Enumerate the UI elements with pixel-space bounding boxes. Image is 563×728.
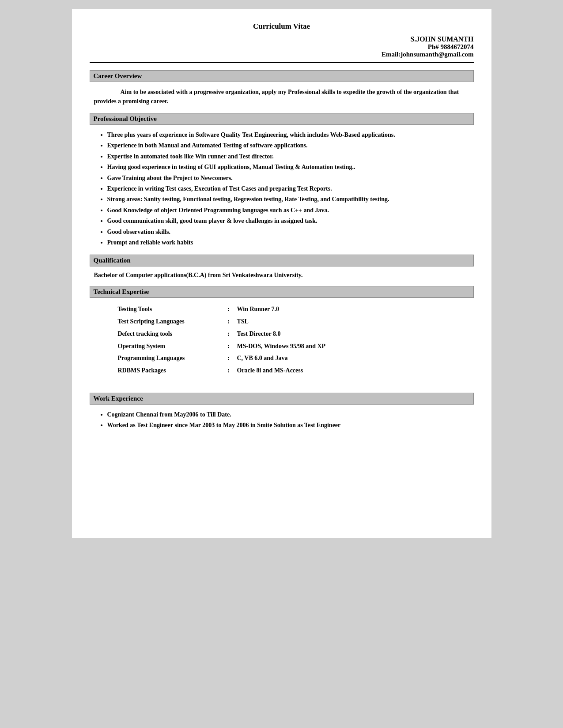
technical-expertise-header: Technical Expertise xyxy=(90,286,474,298)
table-row: Defect tracking tools : Test Director 8.… xyxy=(116,328,390,340)
list-item: Expertise in automated tools like Win ru… xyxy=(107,152,474,161)
candidate-email: Email:johnsumanth@gmail.com xyxy=(90,51,474,58)
tech-label: RDBMS Packages xyxy=(116,364,222,377)
list-item: Experience in writing Test cases, Execut… xyxy=(107,184,474,194)
tech-label: Test Scripting Languages xyxy=(116,315,222,328)
list-item: Worked as Test Engineer since Mar 2003 t… xyxy=(107,420,474,430)
qualification-text: Bachelor of Computer applications(B.C.A)… xyxy=(90,272,474,279)
tech-colon: : xyxy=(222,315,235,328)
candidate-name: S.JOHN SUMANTH xyxy=(90,35,474,43)
career-overview-section: Career Overview Aim to be associated wit… xyxy=(90,70,474,106)
table-row: RDBMS Packages : Oracle 8i and MS-Access xyxy=(116,364,390,377)
qualification-section: Qualification Bachelor of Computer appli… xyxy=(90,255,474,279)
spacer xyxy=(90,384,474,393)
table-row: Programming Languages : C, VB 6.0 and Ja… xyxy=(116,352,390,364)
table-row: Operating System : MS-DOS, Windows 95/98… xyxy=(116,340,390,353)
candidate-phone: Ph# 9884672074 xyxy=(90,43,474,51)
career-overview-text: Aim to be associated with a progressive … xyxy=(90,87,474,106)
tech-colon: : xyxy=(222,340,235,353)
work-experience-header: Work Experience xyxy=(90,393,474,405)
resume-page: Curriculum Vitae S.JOHN SUMANTH Ph# 9884… xyxy=(72,9,491,538)
professional-objective-list: Three plus years of experience in Softwa… xyxy=(90,130,474,248)
qualification-header: Qualification xyxy=(90,255,474,266)
tech-colon: : xyxy=(222,328,235,340)
professional-objective-section: Professional Objective Three plus years … xyxy=(90,113,474,248)
tech-colon: : xyxy=(222,352,235,364)
work-experience-list: Cognizant Chennai from May2006 to Till D… xyxy=(90,410,474,431)
technical-expertise-section: Technical Expertise Testing Tools : Win … xyxy=(90,286,474,377)
tech-value: TSL xyxy=(235,315,390,328)
tech-label: Operating System xyxy=(116,340,222,353)
tech-value: Win Runner 7.0 xyxy=(235,303,390,315)
list-item: Three plus years of experience in Softwa… xyxy=(107,130,474,140)
career-overview-header: Career Overview xyxy=(90,70,474,82)
tech-value: Oracle 8i and MS-Access xyxy=(235,364,390,377)
tech-colon: : xyxy=(222,364,235,377)
tech-colon: : xyxy=(222,303,235,315)
tech-label: Programming Languages xyxy=(116,352,222,364)
tech-label: Testing Tools xyxy=(116,303,222,315)
professional-objective-header: Professional Objective xyxy=(90,113,474,125)
technical-expertise-table: Testing Tools : Win Runner 7.0 Test Scri… xyxy=(116,303,390,377)
list-item: Cognizant Chennai from May2006 to Till D… xyxy=(107,410,474,420)
table-row: Testing Tools : Win Runner 7.0 xyxy=(116,303,390,315)
tech-value: C, VB 6.0 and Java xyxy=(235,352,390,364)
list-item: Experience in both Manual and Automated … xyxy=(107,141,474,150)
list-item: Good Knowledge of object Oriented Progra… xyxy=(107,206,474,215)
cv-title: Curriculum Vitae xyxy=(90,22,474,31)
header-info: S.JOHN SUMANTH Ph# 9884672074 Email:john… xyxy=(90,35,474,58)
list-item: Good observation skills. xyxy=(107,227,474,237)
list-item: Good communication skill, good team play… xyxy=(107,216,474,226)
tech-value: MS-DOS, Windows 95/98 and XP xyxy=(235,340,390,353)
tech-value: Test Director 8.0 xyxy=(235,328,390,340)
table-row: Test Scripting Languages : TSL xyxy=(116,315,390,328)
work-experience-section: Work Experience Cognizant Chennai from M… xyxy=(90,393,474,431)
list-item: Gave Training about the Project to Newco… xyxy=(107,173,474,183)
header-divider xyxy=(90,62,474,63)
tech-label: Defect tracking tools xyxy=(116,328,222,340)
list-item: Prompt and reliable work habits xyxy=(107,238,474,248)
list-item: Having good experience in testing of GUI… xyxy=(107,162,474,172)
list-item: Strong areas: Sanity testing, Functional… xyxy=(107,195,474,204)
